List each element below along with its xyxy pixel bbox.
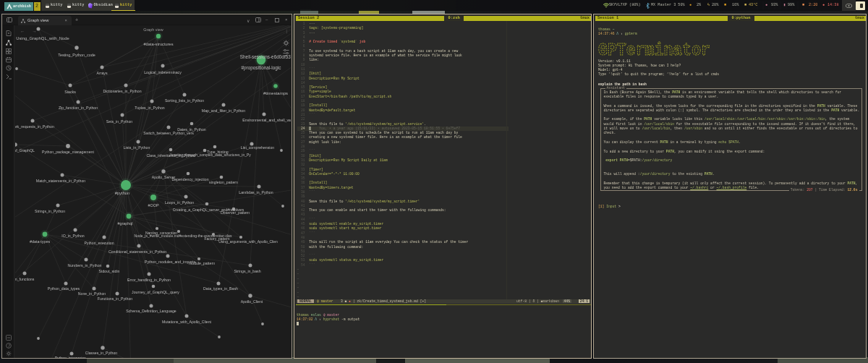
svg-text:Python_interpreter: Python_interpreter (55, 356, 86, 358)
svg-text:Strings_in_Python: Strings_in_Python (35, 209, 65, 213)
svg-text:Boolean_functions: Boolean_functions (15, 277, 35, 281)
svg-text:Environmental_and_shell_variab: Environmental_and_shell_variab (242, 118, 291, 122)
svg-text:Apollo_Client: Apollo_Client (241, 299, 263, 304)
svg-text:Tuples_in_Python: Tuples_in_Python (135, 106, 164, 110)
svg-text:#data-structures: #data-structures (143, 42, 173, 46)
svg-text:Schema_Definition_Language: Schema_Definition_Language (126, 309, 176, 313)
svg-text:#graphql: #graphql (118, 221, 133, 226)
svg-text:Lists_in_Python: Lists_in_Python (124, 145, 150, 150)
svg-text:Dependency_injection: Dependency_injection (171, 177, 208, 182)
svg-text:ics_of_GraphQL: ics_of_GraphQL (15, 148, 35, 153)
svg-text:Switch_between_Python_vers: Switch_between_Python_vers (143, 131, 194, 135)
svg-text:Iterating_through_complex_data: Iterating_through_complex_data_structure… (170, 153, 251, 157)
svg-text:module_pattern: module_pattern (189, 261, 215, 265)
svg-text:Zip_function_in_Python: Zip_function_in_Python (59, 106, 98, 110)
svg-text:Testing_Python_code: Testing_Python_code (58, 53, 95, 57)
svg-text:Arrays: Arrays (97, 71, 108, 75)
svg-text:Sets_in_Python: Sets_in_Python (106, 119, 132, 124)
svg-text:#timestamps: #timestamps (263, 91, 288, 95)
svg-text:Lambdas_in_Python: Lambdas_in_Python (239, 190, 273, 195)
svg-text:Dictionaries_in_Python: Dictionaries_in_Python (103, 89, 141, 93)
svg-text:Observer_pattern: Observer_pattern (221, 210, 250, 215)
svg-text:GPTerminator: GPTerminator (598, 41, 710, 59)
svg-text:#python: #python (115, 191, 130, 195)
svg-text:Stacks: Stacks (64, 90, 76, 94)
svg-text:Classes_in_Python: Classes_in_Python (85, 351, 118, 355)
svg-text:Error_handling_in_Python: Error_handling_in_Python (127, 278, 171, 282)
svg-text:#propositional-logic: #propositional-logic (241, 65, 281, 71)
svg-text:Python_package_management: Python_package_management (42, 150, 94, 154)
svg-text:Sorting_lists_in_Python: Sorting_lists_in_Python (165, 98, 204, 103)
svg-text:Conditional_statements_in_Pyth: Conditional_statements_in_Python (109, 249, 166, 254)
svg-text:Python_data_types: Python_data_types (48, 286, 80, 291)
svg-text:Network_requests_in_Python: Network_requests_in_Python (15, 124, 54, 129)
svg-text:Map_and_filter_in_Python: Map_and_filter_in_Python (202, 108, 245, 113)
svg-text:Shell-sessions-e6d0df53e3f8: Shell-sessions-e6d0df53e3f8 (240, 54, 291, 59)
svg-text:Journey_of_GraphQL_query: Journey_of_GraphQL_query (132, 290, 179, 294)
svg-text:Using_GraphQL_with_Node: Using_GraphQL_with_Node (16, 36, 69, 40)
svg-text:#OOP: #OOP (148, 203, 159, 208)
svg-text:Strings_in_bash: Strings_in_bash (234, 269, 260, 273)
svg-text:Data_types_in_Bash: Data_types_in_Bash (203, 286, 238, 291)
svg-text:None_in_Python: None_in_Python (78, 291, 106, 296)
svg-text:singleton_pattern: singleton_pattern (209, 180, 238, 184)
svg-text:List_comprehension: List_comprehension (241, 145, 275, 150)
svg-text:Using_arguments_with_Apollo_Cl: Using_arguments_with_Apollo_Clien (218, 239, 278, 244)
svg-text:Numbers_in_Python: Numbers_in_Python (67, 263, 101, 268)
svg-text:IO_in_Python: IO_in_Python (61, 234, 85, 238)
svg-text:Loops_in_Python: Loops_in_Python (165, 200, 194, 205)
svg-text:Logical_indeterminacy: Logical_indeterminacy (144, 70, 182, 74)
svg-text:Python_modules_and_imports: Python_modules_and_imports (145, 260, 195, 264)
svg-text:Mutations_with_Apollo_Client: Mutations_with_Apollo_Client (162, 320, 212, 324)
svg-text:Stdout_stdin: Stdout_stdin (99, 269, 120, 273)
svg-text:Functions_in_Python: Functions_in_Python (98, 296, 133, 301)
svg-text:#data-types: #data-types (30, 239, 50, 244)
svg-text:Match_statements_in_Python: Match_statements_in_Python (36, 179, 85, 183)
svg-text:Python_execution: Python_execution (84, 241, 114, 245)
